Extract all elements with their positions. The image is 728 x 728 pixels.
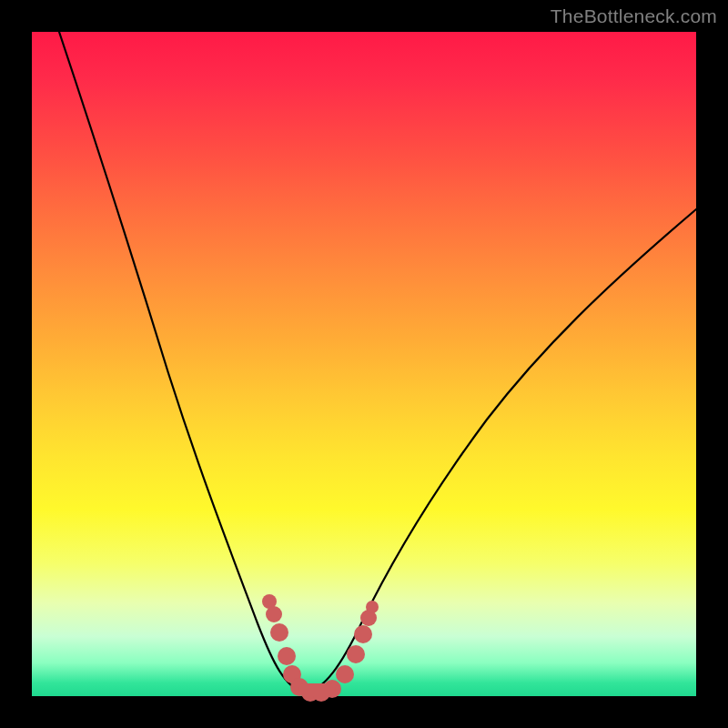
chart-frame: TheBottleneck.com xyxy=(0,0,728,728)
marker-dot xyxy=(354,625,372,643)
marker-dot xyxy=(278,647,296,665)
watermark-text: TheBottleneck.com xyxy=(551,5,717,27)
marker-bottom-fill xyxy=(298,683,336,696)
marker-dot xyxy=(366,601,379,613)
marker-dot xyxy=(336,665,354,683)
bottleneck-curve xyxy=(59,32,696,693)
curve-marker-cluster xyxy=(262,594,379,702)
marker-dot xyxy=(266,606,282,622)
chart-overlay xyxy=(32,32,696,696)
marker-dot xyxy=(347,645,365,663)
marker-dot xyxy=(270,623,288,642)
